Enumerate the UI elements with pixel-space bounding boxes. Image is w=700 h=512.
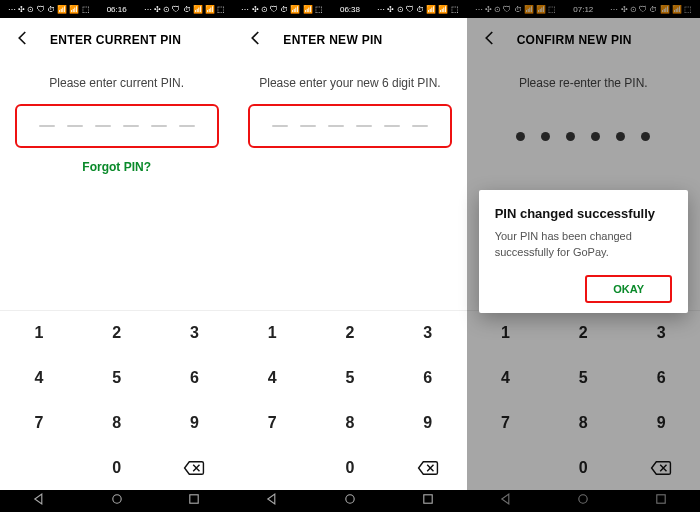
keypad-empty [0,445,78,490]
keypad-1[interactable]: 1 [467,311,545,356]
svg-rect-1 [190,495,198,503]
okay-button[interactable]: OKAY [585,275,672,303]
svg-point-0 [112,495,120,503]
pin-digit [123,125,139,127]
content: Please enter current PIN.Forgot PIN? [0,62,233,174]
keypad-5[interactable]: 5 [78,356,156,401]
keypad-0[interactable]: 0 [544,445,622,490]
status-time: 06:16 [107,5,127,14]
pin-input[interactable] [15,104,219,148]
keypad-8[interactable]: 8 [78,401,156,446]
keypad-9[interactable]: 9 [156,401,234,446]
status-time: 07:12 [573,5,593,14]
nav-back-icon[interactable] [499,492,513,510]
keypad-5[interactable]: 5 [544,356,622,401]
keypad-6[interactable]: 6 [156,356,234,401]
pin-digit [151,125,167,127]
back-icon[interactable] [247,29,265,51]
page-title: CONFIRM NEW PIN [517,33,632,47]
keypad-delete[interactable] [389,445,467,490]
pin-dots [516,132,650,141]
nav-back-icon[interactable] [265,492,279,510]
keypad-1[interactable]: 1 [0,311,78,356]
dialog-body: Your PIN has been changed successfully f… [495,229,672,261]
nav-home-icon[interactable] [576,492,590,510]
prompt-text: Please enter current PIN. [49,76,184,90]
keypad-2[interactable]: 2 [544,311,622,356]
pin-digit [95,125,111,127]
pin-digit [300,125,316,127]
keypad-9[interactable]: 9 [622,401,700,446]
top-bar: ENTER CURRENT PIN [0,18,233,62]
nav-bar [233,490,466,512]
pin-digit [67,125,83,127]
pin-digit [272,125,288,127]
status-bar: ⋯ ✣ ⊙ 🛡 ⏱ 📶 📶 ⬚07:12⋯ ✣ ⊙ 🛡 ⏱ 📶 📶 ⬚ [467,0,700,18]
screen-0: ⋯ ✣ ⊙ 🛡 ⏱ 📶 📶 ⬚06:16⋯ ✣ ⊙ 🛡 ⏱ 📶 📶 ⬚ENTER… [0,0,233,512]
pin-dot [516,132,525,141]
keypad-3[interactable]: 3 [389,311,467,356]
nav-recent-icon[interactable] [187,492,201,510]
keypad: 1234567890 [233,310,466,490]
top-bar: ENTER NEW PIN [233,18,466,62]
prompt-text: Please re-enter the PIN. [519,76,648,90]
keypad-0[interactable]: 0 [78,445,156,490]
keypad-8[interactable]: 8 [311,401,389,446]
pin-dot [616,132,625,141]
top-bar: CONFIRM NEW PIN [467,18,700,62]
pin-dot [541,132,550,141]
keypad-6[interactable]: 6 [389,356,467,401]
nav-recent-icon[interactable] [421,492,435,510]
keypad-4[interactable]: 4 [467,356,545,401]
pin-digit [412,125,428,127]
keypad-2[interactable]: 2 [311,311,389,356]
pin-digit [179,125,195,127]
keypad-4[interactable]: 4 [0,356,78,401]
nav-recent-icon[interactable] [654,492,668,510]
keypad-9[interactable]: 9 [389,401,467,446]
pin-dot [641,132,650,141]
page-title: ENTER CURRENT PIN [50,33,181,47]
screen-1: ⋯ ✣ ⊙ 🛡 ⏱ 📶 📶 ⬚06:38⋯ ✣ ⊙ 🛡 ⏱ 📶 📶 ⬚ENTER… [233,0,466,512]
back-icon[interactable] [481,29,499,51]
keypad-4[interactable]: 4 [233,356,311,401]
pin-dot [566,132,575,141]
nav-bar [467,490,700,512]
status-bar: ⋯ ✣ ⊙ 🛡 ⏱ 📶 📶 ⬚06:16⋯ ✣ ⊙ 🛡 ⏱ 📶 📶 ⬚ [0,0,233,18]
svg-point-4 [579,495,587,503]
success-dialog: PIN changed successfullyYour PIN has bee… [479,190,688,313]
forgot-pin-link[interactable]: Forgot PIN? [82,160,151,174]
prompt-text: Please enter your new 6 digit PIN. [259,76,440,90]
content: Please enter your new 6 digit PIN. [233,62,466,148]
dialog-heading: PIN changed successfully [495,206,672,221]
keypad-7[interactable]: 7 [0,401,78,446]
svg-rect-5 [657,495,665,503]
keypad-3[interactable]: 3 [156,311,234,356]
keypad-1[interactable]: 1 [233,311,311,356]
keypad: 1234567890 [0,310,233,490]
keypad-0[interactable]: 0 [311,445,389,490]
keypad-empty [233,445,311,490]
screen-2: ⋯ ✣ ⊙ 🛡 ⏱ 📶 📶 ⬚07:12⋯ ✣ ⊙ 🛡 ⏱ 📶 📶 ⬚CONFI… [467,0,700,512]
nav-home-icon[interactable] [343,492,357,510]
pin-input[interactable] [248,104,452,148]
pin-digit [328,125,344,127]
back-icon[interactable] [14,29,32,51]
keypad: 1234567890 [467,310,700,490]
keypad-7[interactable]: 7 [233,401,311,446]
keypad-delete[interactable] [156,445,234,490]
keypad-2[interactable]: 2 [78,311,156,356]
keypad-7[interactable]: 7 [467,401,545,446]
nav-bar [0,490,233,512]
svg-rect-3 [424,495,432,503]
nav-back-icon[interactable] [32,492,46,510]
keypad-8[interactable]: 8 [544,401,622,446]
keypad-delete[interactable] [622,445,700,490]
pin-digit [356,125,372,127]
keypad-5[interactable]: 5 [311,356,389,401]
keypad-3[interactable]: 3 [622,311,700,356]
keypad-6[interactable]: 6 [622,356,700,401]
status-bar: ⋯ ✣ ⊙ 🛡 ⏱ 📶 📶 ⬚06:38⋯ ✣ ⊙ 🛡 ⏱ 📶 📶 ⬚ [233,0,466,18]
page-title: ENTER NEW PIN [283,33,382,47]
nav-home-icon[interactable] [110,492,124,510]
